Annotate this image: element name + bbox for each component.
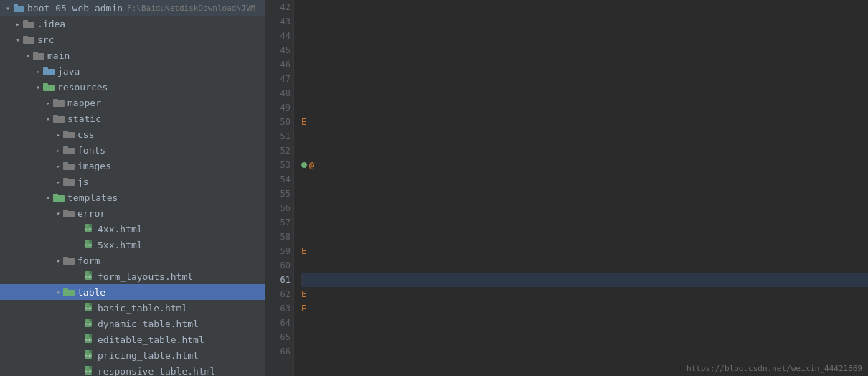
fonts-label: fonts	[77, 145, 105, 156]
form-folder-icon	[63, 256, 75, 265]
tree-item-form-layouts[interactable]: html form_layouts.html	[0, 268, 265, 284]
svg-text:html: html	[85, 370, 92, 373]
tree-item-mapper[interactable]: mapper	[0, 95, 265, 111]
tree-item-error[interactable]: error	[0, 205, 265, 221]
4xx-label: 4xx.html	[98, 224, 143, 235]
editor-line-55	[301, 187, 868, 201]
editor-line-61	[301, 273, 868, 287]
editor-line-51	[301, 129, 868, 144]
tree-arrow-error	[53, 210, 63, 217]
basic-table-file-icon: html	[83, 303, 95, 313]
svg-rect-48	[89, 334, 92, 337]
svg-rect-12	[53, 100, 65, 107]
svg-rect-3	[23, 20, 28, 22]
templates-label: templates	[67, 192, 118, 203]
svg-rect-17	[63, 131, 68, 133]
tree-item-responsive-table[interactable]: html responsive_table.html	[0, 363, 265, 376]
svg-text:html: html	[85, 244, 92, 247]
editable-table-file-icon: html	[83, 334, 95, 344]
tree-item-form[interactable]: form	[0, 253, 265, 268]
svg-rect-5	[23, 36, 28, 38]
form-layouts-file-icon: html	[83, 271, 95, 281]
svg-rect-51	[89, 350, 92, 353]
svg-rect-10	[43, 85, 55, 91]
svg-rect-8	[43, 69, 55, 75]
root-path: F:\BaiduNetdiskDownload\JVM	[127, 4, 255, 13]
tree-item-js[interactable]: js	[0, 174, 265, 189]
main-label: main	[47, 50, 70, 61]
tree-item-dynamic-table[interactable]: html dynamic_table.html	[0, 316, 265, 332]
tree-item-basic-table[interactable]: html basic_table.html	[0, 300, 265, 316]
annotation-dot	[301, 162, 307, 168]
svg-rect-11	[43, 83, 48, 85]
editor-line-49	[301, 100, 868, 115]
annotation-at-symbol: @	[309, 158, 314, 172]
responsive-table-file-icon: html	[83, 366, 95, 376]
editor-line-43	[301, 14, 868, 29]
svg-rect-2	[23, 22, 34, 28]
tree-arrow-resources	[33, 83, 43, 91]
java-folder-icon	[43, 67, 55, 76]
editor-line-47	[301, 72, 868, 86]
mapper-label: mapper	[67, 98, 101, 108]
tree-item-editable-table[interactable]: html editable_table.html	[0, 332, 265, 347]
resources-label: resources	[57, 82, 108, 93]
svg-rect-13	[53, 99, 58, 101]
svg-rect-14	[53, 116, 65, 123]
svg-rect-20	[63, 164, 75, 170]
editor-line-57	[301, 215, 868, 230]
js-label: js	[77, 177, 89, 187]
tree-item-pricing-table[interactable]: html pricing_table.html	[0, 347, 265, 363]
svg-rect-29	[89, 224, 92, 227]
tree-item-table[interactable]: table	[0, 284, 265, 300]
svg-rect-34	[63, 258, 75, 265]
svg-rect-4	[23, 37, 34, 44]
idea-label: .idea	[37, 19, 65, 29]
tree-item-main[interactable]: main	[0, 47, 265, 63]
tree-arrow-form	[53, 257, 63, 265]
editor-line-44	[301, 29, 868, 43]
svg-rect-1	[14, 4, 18, 6]
tree-item-resources[interactable]: resources	[0, 79, 265, 95]
tree-item-idea[interactable]: .idea	[0, 16, 265, 32]
editor-line-50: E	[301, 115, 868, 129]
svg-rect-19	[63, 146, 68, 149]
svg-rect-26	[63, 211, 75, 217]
tree-item-root[interactable]: boot-05-web-admin F:\BaiduNetdiskDownloa…	[0, 0, 265, 16]
svg-rect-6	[33, 53, 44, 60]
tree-item-4xx[interactable]: html 4xx.html	[0, 221, 265, 237]
tree-item-static[interactable]: static	[0, 111, 265, 126]
tree-item-templates[interactable]: templates	[0, 189, 265, 205]
tree-item-images[interactable]: images	[0, 158, 265, 174]
resources-folder-icon	[43, 83, 55, 92]
file-tree-panel[interactable]: boot-05-web-admin F:\BaiduNetdiskDownloa…	[0, 0, 265, 376]
tree-arrow-src	[13, 36, 23, 44]
svg-rect-16	[63, 132, 75, 138]
pricing-table-label: pricing_table.html	[98, 350, 199, 361]
tree-arrow-main	[23, 52, 33, 60]
tree-item-fonts[interactable]: fonts	[0, 142, 265, 158]
svg-rect-25	[53, 194, 58, 196]
tree-item-css[interactable]: css	[0, 126, 265, 142]
tree-item-5xx[interactable]: html 5xx.html	[0, 237, 265, 253]
editable-table-label: editable_table.html	[98, 334, 204, 345]
tree-arrow-templates	[43, 194, 53, 202]
static-label: static	[67, 113, 101, 124]
svg-rect-37	[89, 271, 92, 274]
pricing-table-file-icon: html	[83, 350, 95, 360]
js-folder-icon	[63, 177, 75, 187]
tree-item-src[interactable]: src	[0, 32, 265, 47]
editor-line-65	[301, 330, 868, 344]
editor-line-45	[301, 43, 868, 57]
svg-rect-35	[63, 257, 68, 259]
editor-content: E @ E E E	[294, 0, 868, 376]
editor-line-46	[301, 57, 868, 72]
tree-arrow-root	[3, 4, 13, 12]
tree-arrow-css	[53, 131, 63, 138]
main-folder-icon	[33, 51, 44, 60]
svg-rect-42	[89, 303, 92, 306]
idea-folder-icon	[23, 19, 34, 29]
5xx-file-icon: html	[83, 240, 95, 250]
editor-line-54	[301, 172, 868, 187]
tree-item-java[interactable]: java	[0, 63, 265, 79]
